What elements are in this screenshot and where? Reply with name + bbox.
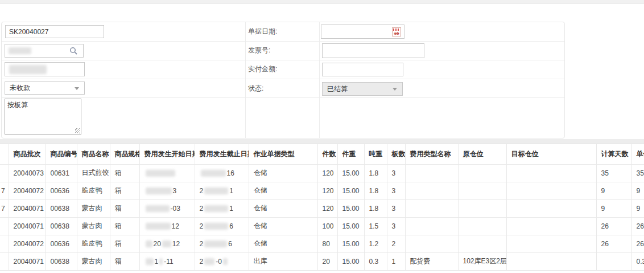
- cell-origin-bin: [458, 164, 506, 182]
- table-header-row: 商品批次商品编号商品名称商品规格费用发生开始日期费用发生截止日期作业单据类型件数…: [0, 144, 644, 164]
- cell-spec: 箱: [110, 235, 139, 252]
- cell-fee-type-name: [405, 164, 458, 182]
- cell-fee-type-name: [405, 235, 458, 252]
- cell-spec: 箱: [110, 199, 139, 217]
- date-fragment: 12: [172, 240, 180, 248]
- cell-pallets: 2: [387, 235, 405, 252]
- calendar-icon[interactable]: 15: [392, 27, 401, 36]
- fee-detail-table: 商品批次商品编号商品名称商品规格费用发生开始日期费用发生截止日期作业单据类型件数…: [0, 144, 644, 271]
- cell-target-bin: [506, 252, 596, 270]
- doc-date-label: 单据日期:: [248, 27, 277, 35]
- redacted-text: [146, 258, 154, 265]
- cell-batch: 20040072: [9, 182, 46, 199]
- cell-batch: 20040071: [9, 199, 46, 217]
- payment-status-select[interactable]: 未收款: [5, 82, 85, 95]
- cell-pieces: 100: [317, 217, 337, 235]
- redacted-text: [9, 65, 47, 74]
- cell-pallets: 3: [387, 182, 405, 199]
- cell-ton-weight: 1.2: [364, 235, 387, 252]
- cell-origin-bin: [458, 182, 506, 199]
- cell-row-index: 7: [0, 182, 9, 199]
- cell-row-index: [0, 235, 9, 252]
- doc-date-input[interactable]: 15: [321, 25, 404, 39]
- cell-pieces: 120: [317, 164, 337, 182]
- date-fragment: 2: [200, 222, 204, 230]
- column-header-piece-weight: 件重: [337, 144, 364, 164]
- remark-textarea[interactable]: 按板算: [5, 99, 81, 135]
- column-header-fee-type-name: 费用类型名称: [405, 144, 458, 164]
- invoice-no-input[interactable]: [322, 43, 424, 58]
- column-header-doc-type: 作业单据类型: [249, 144, 317, 164]
- cell-pallets: 3: [387, 217, 405, 235]
- table-row[interactable]: 72004007200636脆皮鸭箱321仓储12015.001.8399: [0, 182, 644, 199]
- redacted-text: [204, 258, 214, 265]
- date-fragment: 2: [200, 187, 204, 195]
- redacted-text: [9, 47, 31, 54]
- column-header-target-bin: 目标仓位: [506, 144, 596, 164]
- cell-pallets: 3: [387, 199, 405, 217]
- cell-fee-type-name: [405, 199, 458, 217]
- cell-calc-days: 26: [596, 235, 631, 252]
- settlement-object-input[interactable]: [5, 62, 85, 76]
- redacted-text: [146, 241, 152, 247]
- redacted-text: [159, 258, 163, 265]
- cell-spec: 箱: [110, 217, 139, 235]
- paid-amount-input[interactable]: [322, 63, 403, 76]
- cell-calc-days: 26: [596, 217, 631, 235]
- cell-fee-start-date: -03: [139, 199, 195, 217]
- cell-doc-type: 仓储: [249, 217, 317, 235]
- redacted-text: [162, 241, 171, 247]
- redacted-text: [223, 258, 228, 265]
- cell-origin-bin: [458, 235, 506, 252]
- cell-calc-days: 9: [596, 199, 631, 217]
- redacted-text: [204, 241, 227, 247]
- cell-unit: 9: [631, 199, 644, 217]
- panel-table-gap: [0, 139, 644, 144]
- redacted-text: [201, 170, 226, 177]
- column-header-ton-weight: 吨重: [364, 144, 387, 164]
- cell-calc-days: 9: [596, 182, 631, 199]
- date-fragment: 6: [228, 240, 232, 248]
- cell-product-name: 蒙古肉: [77, 199, 110, 217]
- cell-doc-type: 仓储: [249, 182, 317, 199]
- column-header-product-name: 商品名称: [77, 144, 110, 164]
- cell-pieces: 120: [317, 199, 337, 217]
- table-row[interactable]: 2004007300631日式煎饺箱16仓储12015.001.833535: [0, 164, 644, 182]
- cell-fee-end-date: 26: [195, 217, 249, 235]
- table-row[interactable]: 2004007200636脆皮鸭箱201226仓储8015.001.222626: [0, 235, 644, 252]
- status-value: 已结算: [327, 85, 348, 93]
- doc-no-input[interactable]: [5, 25, 104, 38]
- status-select[interactable]: 已结算: [322, 82, 403, 96]
- search-icon[interactable]: [69, 47, 78, 57]
- cell-piece-weight: 15.00: [337, 182, 364, 199]
- redacted-text: [146, 205, 170, 212]
- table-row[interactable]: 72004007100638蒙古肉箱-0321仓储12015.001.8399: [0, 199, 644, 217]
- cell-origin-bin: [458, 199, 506, 217]
- column-header-origin-bin: 原仓位: [458, 144, 506, 164]
- date-fragment: 12: [172, 222, 179, 230]
- table-row[interactable]: 2004007100638蒙古肉箱1226仓储10015.001.532626: [0, 217, 644, 235]
- cell-pieces: 20: [317, 252, 337, 270]
- table-row[interactable]: 2004007100638蒙古肉箱1-112-0出库2015.000.31配货费…: [0, 252, 644, 270]
- cell-spec: 箱: [110, 164, 139, 182]
- cell-row-index: [0, 164, 9, 182]
- date-fragment: 1: [229, 187, 233, 195]
- payment-status-value: 未收款: [10, 84, 30, 92]
- column-header-pieces: 件数: [317, 144, 337, 164]
- cell-doc-type: 仓储: [249, 199, 317, 217]
- cell-batch: 20040071: [9, 217, 46, 235]
- top-toolbar-strip: [0, 0, 644, 4]
- row-divider: [2, 60, 564, 60]
- cell-calc-days: 35: [596, 164, 631, 182]
- row-divider: [2, 97, 564, 98]
- customer-lookup-input[interactable]: [5, 44, 84, 58]
- redacted-text: [204, 205, 228, 212]
- cell-fee-start-date: 3: [139, 182, 195, 199]
- cell-product-name: 日式煎饺: [77, 164, 110, 182]
- cell-fee-end-date: 21: [195, 182, 249, 199]
- cell-piece-weight: 15.00: [337, 235, 364, 252]
- column-divider: [319, 22, 320, 138]
- cell-pieces: 120: [317, 182, 337, 199]
- cell-fee-start-date: 2012: [139, 235, 195, 252]
- cell-piece-weight: 15.00: [337, 217, 364, 235]
